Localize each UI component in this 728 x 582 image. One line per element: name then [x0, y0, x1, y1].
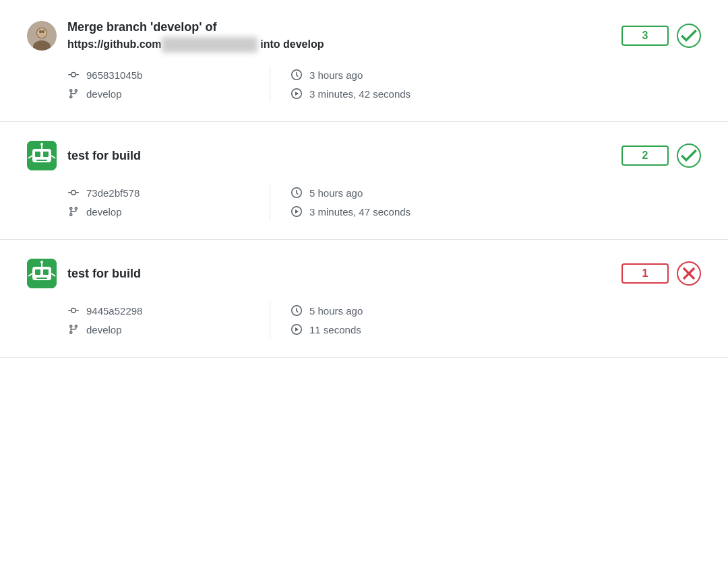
- time-info: 3 hours ago: [291, 69, 701, 81]
- clock-icon: [291, 304, 303, 317]
- build-header: test for build 1: [27, 259, 701, 288]
- svg-point-4: [39, 30, 42, 34]
- svg-point-21: [40, 261, 43, 263]
- blurred-url: [162, 37, 257, 52]
- svg-rect-17: [35, 269, 40, 275]
- duration-value: 3 minutes, 47 seconds: [309, 206, 411, 218]
- commit-icon: [67, 304, 80, 317]
- branch-info: develop: [67, 88, 270, 100]
- branch-name: develop: [86, 88, 122, 100]
- duration-value: 3 minutes, 42 seconds: [309, 88, 411, 100]
- build-actions: 3: [621, 24, 701, 48]
- title-line1: Merge branch 'develop' of: [67, 20, 217, 34]
- branch-name: develop: [86, 324, 122, 335]
- user-avatar: [27, 21, 57, 51]
- meta-col-left: 9445a52298 develop: [67, 302, 270, 338]
- build-title-area: Merge branch 'develop' of https://github…: [27, 19, 324, 53]
- status-success-icon[interactable]: [677, 143, 701, 168]
- duration-icon: [291, 323, 303, 335]
- meta-col-left: 965831045b develop: [67, 66, 270, 102]
- branch-icon: [67, 323, 80, 335]
- svg-rect-19: [36, 278, 47, 279]
- commit-icon: [67, 187, 80, 199]
- svg-rect-8: [35, 152, 40, 157]
- build-item-1: Merge branch 'develop' of https://github…: [0, 0, 728, 122]
- svg-point-12: [40, 143, 43, 146]
- build-header: test for build 2: [27, 141, 701, 170]
- build-title: Merge branch 'develop' of https://github…: [67, 19, 324, 53]
- commit-info: 73de2bf578: [67, 187, 270, 199]
- commit-hash: 9445a52298: [86, 305, 142, 317]
- title-text: test for build: [67, 149, 141, 162]
- status-success-icon[interactable]: [677, 24, 701, 48]
- commit-hash: 965831045b: [86, 69, 142, 81]
- duration-value: 11 seconds: [309, 324, 361, 335]
- svg-rect-18: [43, 269, 49, 275]
- build-title: test for build: [67, 265, 141, 282]
- duration-icon: [291, 88, 303, 100]
- branch-info: develop: [67, 205, 270, 218]
- meta-col-left: 73de2bf578 develop: [67, 184, 270, 220]
- duration-info: 3 minutes, 42 seconds: [291, 88, 701, 100]
- branch-info: develop: [67, 323, 270, 335]
- time-ago: 5 hours ago: [309, 305, 363, 317]
- branch-icon: [67, 205, 80, 218]
- build-list: Merge branch 'develop' of https://github…: [0, 0, 728, 358]
- time-ago: 5 hours ago: [309, 187, 363, 199]
- svg-point-3: [37, 28, 47, 38]
- commit-hash: 73de2bf578: [86, 187, 140, 199]
- svg-rect-9: [43, 152, 49, 157]
- build-meta: 965831045b develop 3 hours ago 3 minutes…: [67, 66, 701, 102]
- time-ago: 3 hours ago: [309, 69, 363, 81]
- commit-info: 965831045b: [67, 69, 270, 81]
- status-failure-icon[interactable]: [677, 261, 701, 286]
- duration-info: 11 seconds: [291, 323, 701, 335]
- build-number-badge[interactable]: 1: [621, 263, 669, 284]
- build-meta: 9445a52298 develop 5 hours ago 11 second…: [67, 302, 701, 338]
- build-meta: 73de2bf578 develop 5 hours ago 3 minutes…: [67, 184, 701, 220]
- build-title-area: test for build: [27, 141, 141, 170]
- commit-icon: [67, 69, 80, 81]
- meta-col-right: 5 hours ago 3 minutes, 47 seconds: [270, 184, 701, 220]
- commit-info: 9445a52298: [67, 304, 270, 317]
- meta-col-right: 3 hours ago 3 minutes, 42 seconds: [270, 66, 701, 102]
- time-info: 5 hours ago: [291, 187, 701, 199]
- meta-col-right: 5 hours ago 11 seconds: [270, 302, 701, 338]
- build-actions: 1: [621, 261, 701, 286]
- build-item-2: test for build 2 73de2bf578 develop: [0, 122, 728, 240]
- build-header: Merge branch 'develop' of https://github…: [27, 19, 701, 53]
- title-line2: https://github.com into develop: [67, 38, 324, 50]
- duration-icon: [291, 205, 303, 218]
- bot-avatar: [27, 141, 57, 170]
- build-item-3: test for build 1 9445a52298 develop: [0, 240, 728, 358]
- branch-icon: [67, 88, 80, 100]
- duration-info: 3 minutes, 47 seconds: [291, 205, 701, 218]
- time-info: 5 hours ago: [291, 304, 701, 317]
- build-number-badge[interactable]: 3: [621, 26, 669, 46]
- build-number-badge[interactable]: 2: [621, 146, 669, 166]
- svg-point-5: [42, 30, 44, 34]
- title-text: test for build: [67, 267, 141, 280]
- build-actions: 2: [621, 143, 701, 168]
- build-title: test for build: [67, 148, 141, 164]
- clock-icon: [291, 69, 303, 81]
- build-title-area: test for build: [27, 259, 141, 288]
- branch-name: develop: [86, 206, 122, 218]
- clock-icon: [291, 187, 303, 199]
- svg-rect-10: [36, 160, 47, 161]
- bot-avatar: [27, 259, 57, 288]
